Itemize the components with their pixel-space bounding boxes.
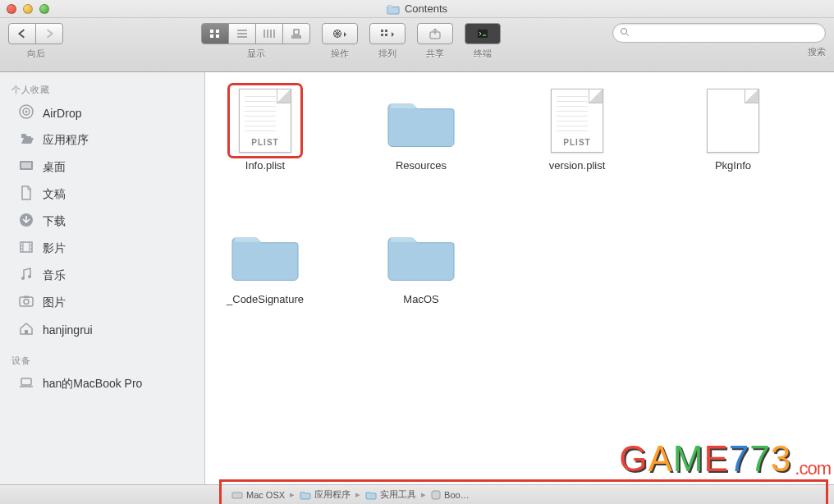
content-area: PLIST Info.plist Resources PLIST version… bbox=[205, 72, 834, 484]
svg-point-15 bbox=[25, 111, 28, 113]
nav-label: 向后 bbox=[27, 48, 45, 60]
svg-point-20 bbox=[21, 277, 25, 280]
arrange-label: 排列 bbox=[378, 48, 396, 60]
share-label: 共享 bbox=[426, 48, 444, 60]
svg-point-23 bbox=[24, 300, 29, 305]
search-input[interactable] bbox=[635, 27, 818, 39]
folder-icon bbox=[300, 490, 311, 500]
sidebar-item-label: hanjingrui bbox=[43, 323, 93, 337]
action-group: 操作 bbox=[322, 23, 358, 60]
path-segment[interactable]: 实用工具 bbox=[362, 488, 419, 501]
svg-rect-27 bbox=[232, 493, 242, 498]
svg-rect-9 bbox=[385, 34, 387, 36]
path-segment[interactable]: 应用程序 bbox=[296, 488, 354, 501]
path-segment[interactable]: Mac OSX bbox=[228, 490, 288, 500]
plist-icon: PLIST bbox=[543, 87, 611, 154]
sidebar-item-home[interactable]: hanjingrui bbox=[0, 316, 204, 343]
titlebar: Contents bbox=[0, 0, 834, 18]
music-icon bbox=[18, 266, 34, 285]
view-coverflow-button[interactable] bbox=[282, 23, 310, 44]
svg-rect-4 bbox=[294, 30, 299, 34]
file-label: _CodeSignature bbox=[227, 293, 304, 305]
path-segment[interactable]: Boo… bbox=[428, 490, 473, 500]
file-item[interactable]: PLIST version.plist bbox=[532, 87, 622, 172]
svg-rect-22 bbox=[20, 297, 33, 306]
svg-rect-0 bbox=[210, 30, 213, 33]
sidebar-item-desktop[interactable]: 桌面 bbox=[0, 153, 204, 181]
search-icon bbox=[620, 25, 630, 40]
sidebar-devices-header: 设备 bbox=[0, 351, 204, 370]
airdrop-icon bbox=[18, 103, 34, 122]
sidebar-item-label: 桌面 bbox=[43, 160, 66, 175]
share-group: 共享 bbox=[417, 23, 453, 60]
file-item[interactable]: _CodeSignature bbox=[220, 221, 310, 305]
view-icons-button[interactable] bbox=[201, 23, 229, 44]
plist-icon: PLIST bbox=[231, 87, 299, 154]
laptop-icon bbox=[18, 374, 34, 393]
svg-rect-8 bbox=[381, 34, 383, 36]
close-icon[interactable] bbox=[7, 4, 16, 14]
svg-rect-11 bbox=[478, 30, 488, 38]
chevron-right-icon: ▸ bbox=[354, 489, 362, 500]
forward-button[interactable] bbox=[35, 23, 63, 44]
svg-rect-7 bbox=[385, 30, 387, 32]
window-controls bbox=[7, 4, 49, 14]
movies-icon bbox=[18, 239, 34, 258]
view-group: 显示 bbox=[201, 23, 310, 60]
sidebar-item-label: 图片 bbox=[43, 296, 66, 310]
sidebar-item-pictures[interactable]: 图片 bbox=[0, 289, 204, 316]
file-label: version.plist bbox=[549, 159, 606, 172]
sidebar-item-airdrop[interactable]: AirDrop bbox=[0, 99, 204, 126]
svg-rect-3 bbox=[216, 34, 219, 38]
sidebar-item-movies[interactable]: 影片 bbox=[0, 235, 204, 262]
sidebar-item-label: 应用程序 bbox=[43, 133, 89, 148]
documents-icon bbox=[18, 185, 34, 204]
folder-icon bbox=[387, 221, 455, 288]
file-label: Resources bbox=[396, 159, 447, 172]
terminal-group: 终端 bbox=[465, 23, 501, 60]
chevron-right-icon: ▸ bbox=[419, 489, 428, 500]
folder-icon bbox=[231, 221, 299, 288]
file-label: PkgInfo bbox=[715, 159, 751, 172]
toolbar: 向后 显示 操作 排列 bbox=[0, 18, 834, 72]
sidebar-item-documents[interactable]: 文稿 bbox=[0, 181, 204, 208]
path-label: 实用工具 bbox=[380, 488, 416, 501]
pictures-icon bbox=[18, 293, 34, 312]
path-label: Mac OSX bbox=[246, 490, 285, 500]
nav-group: 向后 bbox=[8, 23, 63, 60]
svg-point-12 bbox=[621, 29, 627, 34]
sidebar-item-label: 影片 bbox=[43, 241, 66, 256]
apps-icon bbox=[18, 131, 34, 149]
back-button[interactable] bbox=[8, 23, 36, 44]
view-label: 显示 bbox=[247, 48, 265, 60]
window-title: Contents bbox=[0, 2, 834, 15]
share-button[interactable] bbox=[417, 23, 453, 44]
terminal-button[interactable] bbox=[465, 23, 501, 44]
app-icon bbox=[431, 490, 441, 500]
search-group: 搜索 bbox=[512, 23, 826, 58]
sidebar-item-applications[interactable]: 应用程序 bbox=[0, 126, 204, 153]
disk-icon bbox=[231, 490, 243, 500]
desktop-icon bbox=[18, 158, 34, 176]
sidebar-item-downloads[interactable]: 下载 bbox=[0, 208, 204, 235]
folder-icon bbox=[387, 87, 455, 154]
svg-rect-2 bbox=[210, 34, 213, 38]
minimize-icon[interactable] bbox=[23, 4, 33, 14]
file-item[interactable]: Resources bbox=[376, 87, 466, 172]
sidebar: 个人收藏 AirDrop 应用程序 桌面 文稿 下载 影片 音乐 bbox=[0, 72, 205, 484]
sidebar-item-device[interactable]: han的MacBook Pro bbox=[0, 370, 204, 397]
path-label: 应用程序 bbox=[314, 488, 351, 501]
zoom-icon[interactable] bbox=[39, 4, 49, 14]
file-item[interactable]: PkgInfo bbox=[688, 87, 778, 172]
search-field[interactable] bbox=[612, 23, 826, 43]
arrange-group: 排列 bbox=[369, 23, 406, 60]
svg-rect-25 bbox=[25, 330, 28, 334]
sidebar-item-music[interactable]: 音乐 bbox=[0, 262, 204, 289]
view-columns-button[interactable] bbox=[255, 23, 283, 44]
file-item[interactable]: PLIST Info.plist bbox=[220, 87, 310, 172]
arrange-button[interactable] bbox=[369, 23, 406, 44]
action-button[interactable] bbox=[322, 23, 358, 44]
view-list-button[interactable] bbox=[228, 23, 256, 44]
svg-rect-26 bbox=[21, 378, 31, 385]
file-item[interactable]: MacOS bbox=[376, 221, 466, 305]
